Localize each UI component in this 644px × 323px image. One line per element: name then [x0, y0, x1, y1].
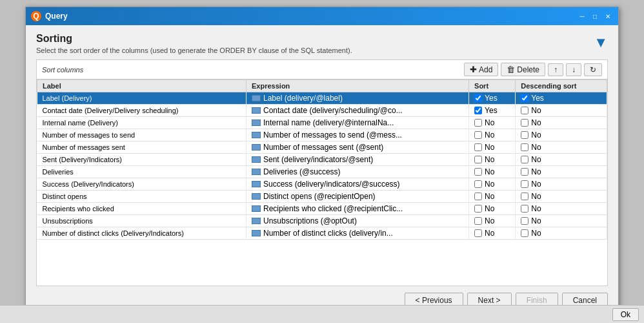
table-row[interactable]: DeliveriesDeliveries (@success)NoNo: [37, 166, 607, 178]
cell-sort[interactable]: No: [469, 166, 516, 178]
desc-sort-checkbox[interactable]: [521, 131, 528, 139]
cell-label: Internal name (Delivery): [37, 117, 247, 129]
cell-sort[interactable]: No: [469, 215, 516, 227]
cell-label: Number of messages sent: [37, 141, 247, 154]
desc-sort-checkbox[interactable]: [521, 94, 528, 102]
close-button[interactable]: ✕: [603, 12, 613, 21]
table-row[interactable]: Success (Delivery/Indicators)Success (de…: [37, 178, 607, 191]
cell-sort[interactable]: No: [469, 227, 516, 240]
desc-sort-checkbox[interactable]: [521, 168, 528, 176]
sort-checkbox[interactable]: [474, 156, 482, 163]
ok-button[interactable]: Ok: [612, 308, 639, 321]
window-controls: ─ □ ✕: [577, 12, 613, 21]
table-row[interactable]: Distinct opensDistinct opens (@recipient…: [37, 191, 607, 203]
cell-sort[interactable]: No: [469, 154, 516, 166]
cell-desc-sort[interactable]: No: [516, 129, 607, 141]
expression-text: Number of distinct clicks (delivery/in..…: [263, 229, 393, 238]
cell-sort[interactable]: No: [469, 141, 516, 154]
table-header-row: Label Expression Sort Descending sort: [37, 80, 607, 92]
delete-button[interactable]: 🗑 Delete: [501, 63, 545, 76]
move-down-button[interactable]: ↓: [566, 63, 581, 76]
desc-sort-label: No: [531, 204, 541, 213]
sort-checkbox[interactable]: [474, 168, 482, 176]
down-icon: ↓: [572, 65, 576, 74]
sort-checkbox[interactable]: [474, 193, 482, 200]
desc-sort-checkbox[interactable]: [521, 156, 528, 163]
desc-sort-checkbox[interactable]: [521, 193, 528, 200]
move-up-button[interactable]: ↑: [548, 63, 563, 76]
desc-sort-checkbox[interactable]: [521, 107, 528, 114]
sort-checkbox[interactable]: [474, 180, 482, 188]
desc-sort-checkbox[interactable]: [521, 143, 528, 151]
desc-sort-checkbox[interactable]: [521, 180, 528, 188]
title-bar: Q Query ─ □ ✕: [26, 7, 618, 25]
desc-sort-checkbox[interactable]: [521, 229, 528, 237]
table-row[interactable]: Number of distinct clicks (Delivery/Indi…: [37, 227, 607, 240]
refresh-button[interactable]: ↻: [584, 63, 602, 76]
desc-sort-checkbox[interactable]: [521, 205, 528, 213]
table-row[interactable]: Number of messages to sendNumber of mess…: [37, 129, 607, 141]
cell-sort[interactable]: Yes: [469, 92, 516, 105]
cell-expression: Deliveries (@success): [247, 166, 469, 178]
add-button[interactable]: ✚ Add: [464, 63, 498, 76]
expression-icon: [252, 230, 261, 236]
sort-checkbox[interactable]: [474, 217, 482, 225]
cell-desc-sort[interactable]: No: [516, 191, 607, 203]
sort-checkbox[interactable]: [474, 107, 482, 114]
desc-sort-label: No: [531, 180, 541, 189]
desc-sort-checkbox[interactable]: [521, 119, 528, 127]
cell-sort[interactable]: No: [469, 117, 516, 129]
expression-icon: [252, 156, 261, 163]
sort-checkbox[interactable]: [474, 143, 482, 151]
expression-icon: [252, 144, 261, 151]
cell-expression: Number of messages sent (@sent): [247, 141, 469, 154]
table-row[interactable]: Internal name (Delivery)Internal name (d…: [37, 117, 607, 129]
sort-checkbox[interactable]: [474, 119, 482, 127]
cell-desc-sort[interactable]: No: [516, 141, 607, 154]
cell-desc-sort[interactable]: No: [516, 117, 607, 129]
cell-sort[interactable]: No: [469, 203, 516, 215]
sort-label: No: [485, 155, 494, 164]
cell-desc-sort[interactable]: No: [516, 215, 607, 227]
col-sort: Sort: [469, 80, 516, 92]
expression-icon: [252, 205, 261, 212]
cell-desc-sort[interactable]: No: [516, 203, 607, 215]
table-row[interactable]: UnsubscriptionsUnsubscriptions (@optOut)…: [37, 215, 607, 227]
cell-sort[interactable]: No: [469, 129, 516, 141]
sort-checkbox[interactable]: [474, 131, 482, 139]
cell-desc-sort[interactable]: No: [516, 166, 607, 178]
table-row[interactable]: Sent (Delivery/Indicators)Sent (delivery…: [37, 154, 607, 166]
cell-desc-sort[interactable]: No: [516, 105, 607, 117]
section-label: Sort columns: [42, 66, 83, 74]
sort-label: No: [485, 130, 494, 140]
table-row[interactable]: Contact date (Delivery/Delivery scheduli…: [37, 105, 607, 117]
cell-desc-sort[interactable]: No: [516, 227, 607, 240]
sort-checkbox[interactable]: [474, 229, 482, 237]
sort-label: No: [485, 167, 494, 176]
desc-sort-label: No: [531, 130, 541, 140]
maximize-button[interactable]: □: [590, 12, 600, 21]
sort-checkbox[interactable]: [474, 94, 482, 102]
minimize-button[interactable]: ─: [577, 12, 587, 21]
cell-sort[interactable]: Yes: [469, 105, 516, 117]
sort-columns-table[interactable]: Label Expression Sort Descending sort La…: [36, 79, 608, 286]
page-title: Sorting: [36, 33, 352, 45]
table-row[interactable]: Number of messages sentNumber of message…: [37, 141, 607, 154]
cell-label: Distinct opens: [37, 191, 247, 203]
cell-expression: Number of messages to send (@mess...: [247, 129, 469, 141]
table-row[interactable]: Label (Delivery)Label (delivery/@label)Y…: [37, 92, 607, 105]
cell-expression: Number of distinct clicks (delivery/in..…: [247, 227, 469, 240]
desc-sort-label: No: [531, 143, 541, 152]
table-row[interactable]: Recipients who clickedRecipients who cli…: [37, 203, 607, 215]
cell-desc-sort[interactable]: Yes: [516, 92, 607, 105]
desc-sort-checkbox[interactable]: [521, 217, 528, 225]
cell-sort[interactable]: No: [469, 178, 516, 191]
cell-desc-sort[interactable]: No: [516, 178, 607, 191]
cell-desc-sort[interactable]: No: [516, 154, 607, 166]
expression-text: Distinct opens (@recipientOpen): [263, 192, 376, 201]
refresh-icon: ↻: [590, 65, 596, 74]
dialog-content: Sorting Select the sort order of the col…: [26, 25, 618, 316]
cell-expression: Internal name (delivery/@internalNa...: [247, 117, 469, 129]
sort-checkbox[interactable]: [474, 205, 482, 213]
cell-sort[interactable]: No: [469, 191, 516, 203]
